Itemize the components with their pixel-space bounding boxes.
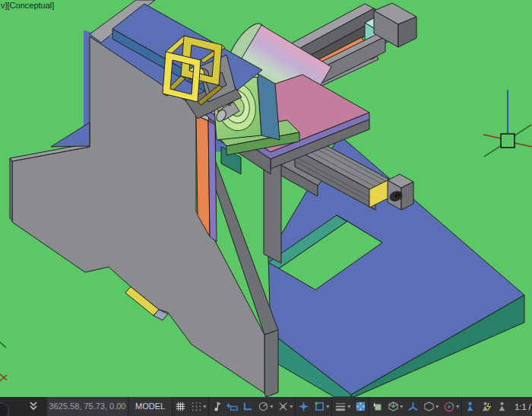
isometric-drafting-toggle[interactable]: ▾ bbox=[275, 397, 295, 416]
selection-filtering-icon bbox=[423, 401, 435, 412]
annotation-scale-button[interactable]: 1:1 / 100% bbox=[510, 402, 532, 411]
dropdown-arrow-icon[interactable]: ▾ bbox=[290, 403, 293, 410]
gizmo-icon bbox=[443, 401, 455, 413]
ortho-mode-toggle[interactable] bbox=[240, 397, 255, 416]
dropdown-arrow-icon[interactable]: ▾ bbox=[326, 403, 329, 410]
viewport-label[interactable]: v][Conceptual] bbox=[1, 1, 54, 10]
annotation-scale-person[interactable] bbox=[494, 397, 510, 416]
lineweight-icon bbox=[334, 401, 347, 412]
dynamic-input-toggle[interactable] bbox=[223, 397, 240, 416]
model-canvas[interactable] bbox=[0, 0, 532, 397]
dropdown-arrow-icon[interactable]: ▾ bbox=[270, 403, 273, 410]
object-snap-3d-toggle[interactable]: ▾ bbox=[385, 397, 405, 416]
object-snap-tracking-toggle[interactable] bbox=[296, 397, 312, 416]
dropdown-arrow-icon[interactable]: ▾ bbox=[435, 403, 439, 410]
annotation-scale-icon bbox=[496, 401, 508, 412]
annotation-visibility-toggle[interactable] bbox=[462, 397, 478, 416]
osnap-tracking-icon bbox=[298, 401, 309, 412]
dropdown-arrow-icon[interactable]: ▾ bbox=[347, 403, 350, 410]
object-snap-icon bbox=[314, 401, 325, 412]
infer-constraints-icon bbox=[211, 401, 221, 412]
snap-grid-icon bbox=[191, 401, 202, 412]
grid-icon bbox=[175, 401, 186, 412]
selection-filtering-toggle[interactable]: ▾ bbox=[421, 397, 441, 416]
object-snap-toggle[interactable]: ▾ bbox=[312, 397, 331, 416]
osnap-3d-icon bbox=[388, 401, 399, 412]
coordinates-display[interactable]: 3625.58, 75.73, 0.00 bbox=[47, 397, 128, 416]
status-bar-left bbox=[0, 397, 47, 416]
annotation-autoscale-icon bbox=[480, 401, 492, 412]
autocad-app: v][Conceptual] bbox=[0, 0, 532, 416]
polar-tracking-icon bbox=[258, 401, 269, 412]
grid-display-toggle[interactable] bbox=[173, 397, 188, 416]
annotation-visibility-icon bbox=[464, 401, 476, 412]
model-space-button[interactable]: MODEL bbox=[128, 397, 172, 416]
dynamic-ucs-icon bbox=[407, 401, 419, 412]
dropdown-arrow-icon[interactable]: ▾ bbox=[456, 403, 459, 410]
annotation-autoscale-toggle[interactable] bbox=[478, 397, 494, 416]
polar-tracking-toggle[interactable]: ▾ bbox=[255, 397, 275, 416]
dynamic-input-icon bbox=[226, 401, 238, 412]
dynamic-ucs-toggle[interactable] bbox=[405, 397, 421, 416]
lineweight-toggle[interactable]: ▾ bbox=[332, 397, 353, 416]
dropdown-arrow-icon[interactable]: ▾ bbox=[400, 403, 403, 410]
infer-constraints-toggle[interactable] bbox=[209, 397, 223, 416]
purple-strip[interactable] bbox=[208, 121, 217, 242]
model-viewport[interactable]: v][Conceptual] bbox=[0, 0, 532, 397]
status-bar: 3625.58, 75.73, 0.00 MODEL ▾ bbox=[0, 397, 532, 416]
ortho-icon bbox=[242, 401, 253, 412]
selection-cycling-toggle[interactable] bbox=[369, 397, 385, 416]
selection-cycling-icon bbox=[372, 401, 383, 412]
dropdown-arrow-icon[interactable]: ▾ bbox=[203, 403, 206, 410]
transparency-toggle[interactable] bbox=[353, 397, 369, 416]
gizmo-toggle[interactable]: ▾ bbox=[441, 397, 461, 416]
transparency-icon bbox=[355, 401, 366, 412]
corner-widget bbox=[0, 402, 9, 416]
expand-chevrons-icon[interactable] bbox=[29, 401, 38, 411]
isodraft-icon bbox=[277, 401, 289, 412]
snap-mode-toggle[interactable]: ▾ bbox=[188, 397, 208, 416]
